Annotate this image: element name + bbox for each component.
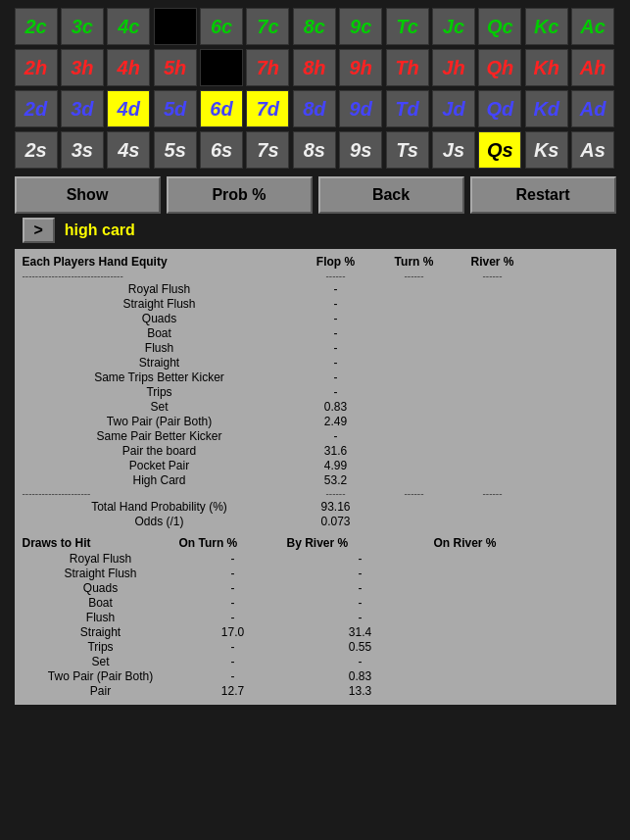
card-cell-6d[interactable]: 6d: [200, 90, 243, 127]
equity-header: Each Players Hand Equity Flop % Turn % R…: [23, 255, 608, 269]
card-cell-Jd[interactable]: Jd: [432, 90, 475, 127]
equity-row-17: Odds (/1)0.073: [23, 515, 608, 528]
equity-header-label: Each Players Hand Equity: [23, 255, 297, 269]
draws-row-3: Boat--: [23, 596, 608, 610]
draws-row-1: Straight Flush--: [23, 567, 608, 580]
buttons-row: Show Prob % Back Restart: [15, 176, 616, 214]
card-cell-5s[interactable]: 5s: [154, 131, 197, 169]
equity-row-0: ----------------------------------------…: [23, 271, 608, 281]
card-cell-7d[interactable]: 7d: [246, 90, 289, 127]
card-cell-8d[interactable]: 8d: [293, 90, 336, 127]
card-cell-Tc[interactable]: Tc: [386, 8, 429, 45]
equity-row-16: Total Hand Probability (%)93.16: [23, 500, 608, 514]
card-cell-Qd[interactable]: Qd: [478, 90, 521, 127]
draws-header-on-river: On River %: [434, 536, 542, 550]
card-cell-9s[interactable]: 9s: [339, 131, 382, 169]
card-cell-As[interactable]: As: [571, 131, 614, 169]
card-cell-5d[interactable]: 5d: [154, 90, 197, 127]
card-cell-Js[interactable]: Js: [432, 131, 475, 169]
card-cell-6c[interactable]: 6c: [200, 8, 243, 45]
back-button[interactable]: Back: [318, 176, 464, 214]
equity-row-10: Two Pair (Pair Both)2.49: [23, 415, 608, 428]
card-cell-9h[interactable]: 9h: [339, 49, 382, 86]
card-cell-Ah[interactable]: Ah: [571, 49, 614, 86]
card-cell-Td[interactable]: Td: [386, 90, 429, 127]
card-cell-8s[interactable]: 8s: [293, 131, 336, 169]
draws-header: Draws to Hit On Turn % By River % On Riv…: [23, 536, 608, 550]
card-cell-3s[interactable]: 3s: [61, 131, 104, 169]
equity-row-11: Same Pair Better Kicker-: [23, 429, 608, 443]
equity-row-6: Straight-: [23, 356, 608, 370]
draws-header-by-river: By River %: [287, 536, 434, 550]
draws-row-0: Royal Flush--: [23, 552, 608, 566]
hand-label: high card: [65, 222, 135, 239]
restart-button[interactable]: Restart: [470, 176, 616, 214]
card-cell-7s[interactable]: 7s: [246, 131, 289, 169]
card-cell-2c[interactable]: 2c: [15, 8, 58, 45]
draws-row-6: Trips-0.55: [23, 640, 608, 654]
card-cell-Ts[interactable]: Ts: [386, 131, 429, 169]
card-cell-9d[interactable]: 9d: [339, 90, 382, 127]
card-cell-8c[interactable]: 8c: [293, 8, 336, 45]
card-cell-2h[interactable]: 2h: [15, 49, 58, 86]
equity-row-4: Boat-: [23, 326, 608, 340]
draws-row-5: Straight17.031.4: [23, 625, 608, 639]
draws-rows: Royal Flush--Straight Flush--Quads--Boat…: [23, 552, 608, 698]
card-cell-4s[interactable]: 4s: [107, 131, 150, 169]
card-row-spades: 2s3s4s5s6s7s8s9sTsJsQsKsAs: [15, 131, 616, 169]
card-cell-4h[interactable]: 4h: [107, 49, 150, 86]
card-cell-Jh[interactable]: Jh: [432, 49, 475, 86]
equity-row-2: Straight Flush-: [23, 297, 608, 311]
draws-row-9: Pair12.713.3: [23, 684, 608, 698]
card-cell-5h[interactable]: 5h: [154, 49, 197, 86]
card-cell-4d[interactable]: 4d: [107, 90, 150, 127]
card-cell-Qs[interactable]: Qs: [478, 131, 521, 169]
card-cell-2s[interactable]: 2s: [15, 131, 58, 169]
card-row-clubs: 2c3c4c6c7c8c9cTcJcQcKcAc: [15, 8, 616, 45]
card-grid: 2c3c4c6c7c8c9cTcJcQcKcAc2h3h4h5h7h8h9hTh…: [15, 8, 616, 169]
equity-rows: ----------------------------------------…: [23, 271, 608, 528]
card-cell-Qc[interactable]: Qc: [478, 8, 521, 45]
equity-row-7: Same Trips Better Kicker-: [23, 371, 608, 384]
equity-row-14: High Card53.2: [23, 473, 608, 487]
card-cell-Ad[interactable]: Ad: [571, 90, 614, 127]
card-cell-2d[interactable]: 2d: [15, 90, 58, 127]
show-button[interactable]: Show: [15, 176, 161, 214]
equity-row-9: Set0.83: [23, 400, 608, 414]
nav-row: > high card: [23, 218, 616, 243]
card-cell-9c[interactable]: 9c: [339, 8, 382, 45]
card-cell-Qh[interactable]: Qh: [478, 49, 521, 86]
draws-header-label: Draws to Hit: [23, 536, 179, 550]
equity-row-8: Trips-: [23, 385, 608, 399]
card-cell-3c[interactable]: 3c: [61, 8, 104, 45]
prob-button[interactable]: Prob %: [167, 176, 313, 214]
card-cell-empty[interactable]: [154, 8, 197, 45]
card-cell-Kh[interactable]: Kh: [525, 49, 568, 86]
equity-header-turn: Turn %: [375, 255, 454, 269]
card-cell-Kc[interactable]: Kc: [525, 8, 568, 45]
card-cell-empty[interactable]: [200, 49, 243, 86]
stats-panel: Each Players Hand Equity Flop % Turn % R…: [15, 249, 616, 705]
card-cell-7c[interactable]: 7c: [246, 8, 289, 45]
card-cell-7h[interactable]: 7h: [246, 49, 289, 86]
equity-header-river: River %: [454, 255, 532, 269]
card-cell-6s[interactable]: 6s: [200, 131, 243, 169]
card-cell-Th[interactable]: Th: [386, 49, 429, 86]
card-cell-Ks[interactable]: Ks: [525, 131, 568, 169]
card-cell-3d[interactable]: 3d: [61, 90, 104, 127]
equity-row-5: Flush-: [23, 341, 608, 355]
card-row-diamonds: 2d3d4d5d6d7d8d9dTdJdQdKdAd: [15, 90, 616, 127]
card-cell-Jc[interactable]: Jc: [432, 8, 475, 45]
card-cell-Kd[interactable]: Kd: [525, 90, 568, 127]
equity-row-13: Pocket Pair4.99: [23, 459, 608, 472]
draws-header-on-turn: On Turn %: [179, 536, 287, 550]
card-cell-4c[interactable]: 4c: [107, 8, 150, 45]
draws-row-4: Flush--: [23, 611, 608, 624]
equity-row-12: Pair the board31.6: [23, 444, 608, 458]
card-cell-8h[interactable]: 8h: [293, 49, 336, 86]
card-cell-Ac[interactable]: Ac: [571, 8, 614, 45]
card-row-hearts: 2h3h4h5h7h8h9hThJhQhKhAh: [15, 49, 616, 86]
nav-arrow-button[interactable]: >: [23, 218, 55, 243]
draws-row-7: Set--: [23, 655, 608, 668]
card-cell-3h[interactable]: 3h: [61, 49, 104, 86]
